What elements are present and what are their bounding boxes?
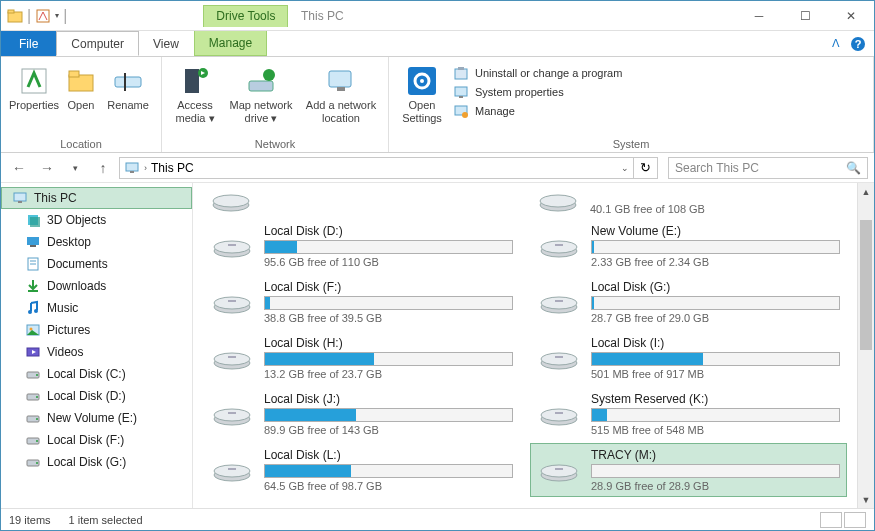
svg-point-49 bbox=[36, 440, 38, 442]
drive-icon bbox=[537, 455, 581, 485]
drive-grid: Local Disk (D:)95.6 GB free of 110 GBNew… bbox=[193, 219, 857, 497]
svg-rect-32 bbox=[30, 245, 36, 247]
drive-local-disk-i-[interactable]: Local Disk (I:)501 MB free of 917 MB bbox=[530, 331, 847, 385]
drive-name: Local Disk (G:) bbox=[591, 280, 840, 294]
svg-point-45 bbox=[36, 396, 38, 398]
properties-label: Properties bbox=[9, 99, 59, 112]
svg-rect-15 bbox=[337, 87, 345, 91]
scroll-up-button[interactable]: ▲ bbox=[858, 183, 874, 200]
explorer-icon bbox=[7, 8, 23, 24]
drive-local-disk-h-[interactable]: Local Disk (H:)13.2 GB free of 23.7 GB bbox=[203, 331, 520, 385]
uninstall-program-link[interactable]: Uninstall or change a program bbox=[453, 65, 622, 81]
nav-item-downloads[interactable]: Downloads bbox=[1, 275, 192, 297]
open-button[interactable]: Open bbox=[61, 61, 101, 136]
address-dropdown-icon[interactable]: ⌄ bbox=[621, 163, 629, 173]
drive-icon bbox=[209, 185, 253, 215]
nav-item-local-disk-d-[interactable]: Local Disk (D:) bbox=[1, 385, 192, 407]
drive-tools-contextual-tab[interactable]: Drive Tools bbox=[203, 5, 288, 27]
access-media-button[interactable]: Access media ▾ bbox=[170, 61, 220, 136]
nav-item-local-disk-g-[interactable]: Local Disk (G:) bbox=[1, 451, 192, 473]
open-settings-button[interactable]: Open Settings bbox=[397, 61, 447, 136]
navigation-pane[interactable]: This PC3D ObjectsDesktopDocumentsDownloa… bbox=[1, 183, 193, 508]
close-button[interactable]: ✕ bbox=[828, 1, 874, 31]
ribbon-group-system: Open Settings Uninstall or change a prog… bbox=[389, 57, 874, 152]
nav-item-local-disk-c-[interactable]: Local Disk (C:) bbox=[1, 363, 192, 385]
system-properties-link[interactable]: System properties bbox=[453, 84, 622, 100]
back-button[interactable]: ← bbox=[7, 156, 31, 180]
view-switcher bbox=[820, 512, 866, 528]
downloads-icon bbox=[25, 278, 41, 294]
nav-item-local-disk-f-[interactable]: Local Disk (F:) bbox=[1, 429, 192, 451]
drive-free-text: 28.9 GB free of 28.9 GB bbox=[591, 480, 840, 492]
system-links: Uninstall or change a program System pro… bbox=[449, 61, 622, 136]
breadcrumb-chevron-icon[interactable]: › bbox=[144, 163, 147, 173]
manage-link[interactable]: Manage bbox=[453, 103, 622, 119]
nav-item-3d-objects[interactable]: 3D Objects bbox=[1, 209, 192, 231]
disk-icon bbox=[25, 366, 41, 382]
svg-rect-79 bbox=[555, 412, 563, 414]
nav-item-videos[interactable]: Videos bbox=[1, 341, 192, 363]
drive-usage-bar bbox=[264, 240, 513, 254]
drive-local-disk-g-[interactable]: Local Disk (G:)28.7 GB free of 29.0 GB bbox=[530, 275, 847, 329]
drive-usage-bar bbox=[264, 464, 513, 478]
properties-qat-icon[interactable] bbox=[35, 8, 51, 24]
nav-item-this-pc[interactable]: This PC bbox=[1, 187, 192, 209]
scroll-track[interactable] bbox=[858, 200, 874, 491]
maximize-button[interactable]: ☐ bbox=[782, 1, 828, 31]
nav-label: 3D Objects bbox=[47, 213, 106, 227]
drive-tracy-m-[interactable]: TRACY (M:)28.9 GB free of 28.9 GB bbox=[530, 443, 847, 497]
search-input[interactable]: Search This PC 🔍 bbox=[668, 157, 868, 179]
file-menu[interactable]: File bbox=[1, 31, 56, 56]
scroll-down-button[interactable]: ▼ bbox=[858, 491, 874, 508]
rename-icon bbox=[112, 65, 144, 97]
tab-manage[interactable]: Manage bbox=[194, 31, 267, 56]
details-view-button[interactable] bbox=[820, 512, 842, 528]
drive-local-disk-f-[interactable]: Local Disk (F:)38.8 GB free of 39.5 GB bbox=[203, 275, 520, 329]
system-properties-icon bbox=[453, 84, 469, 100]
tab-view[interactable]: View bbox=[139, 31, 194, 56]
disk-icon bbox=[25, 432, 41, 448]
drive-icon bbox=[537, 231, 581, 261]
drive-new-volume-e-[interactable]: New Volume (E:)2.33 GB free of 2.34 GB bbox=[530, 219, 847, 273]
nav-item-documents[interactable]: Documents bbox=[1, 253, 192, 275]
help-icon[interactable]: ? bbox=[850, 36, 866, 52]
nav-item-desktop[interactable]: Desktop bbox=[1, 231, 192, 253]
collapse-ribbon-icon[interactable]: ᐱ bbox=[832, 37, 840, 50]
drive-local-disk-j-[interactable]: Local Disk (J:)89.9 GB free of 143 GB bbox=[203, 387, 520, 441]
drive-local-disk-d-[interactable]: Local Disk (D:)95.6 GB free of 110 GB bbox=[203, 219, 520, 273]
properties-button[interactable]: Properties bbox=[9, 61, 59, 136]
minimize-button[interactable]: ─ bbox=[736, 1, 782, 31]
add-network-location-button[interactable]: Add a network location bbox=[302, 61, 380, 136]
status-item-count: 19 items bbox=[9, 514, 51, 526]
desktop-icon bbox=[25, 234, 41, 250]
map-network-drive-button[interactable]: Map network drive ▾ bbox=[222, 61, 300, 136]
breadcrumb-this-pc[interactable]: This PC bbox=[151, 161, 194, 175]
refresh-button[interactable]: ↻ bbox=[634, 157, 658, 179]
tab-computer[interactable]: Computer bbox=[56, 31, 139, 56]
nav-label: Local Disk (F:) bbox=[47, 433, 124, 447]
content-pane[interactable]: 40.1 GB free of 108 GB Local Disk (D:)95… bbox=[193, 183, 857, 508]
nav-item-new-volume-e-[interactable]: New Volume (E:) bbox=[1, 407, 192, 429]
address-bar: ← → ▾ ↑ › This PC ⌄ ↻ Search This PC 🔍 bbox=[1, 153, 874, 183]
nav-label: New Volume (E:) bbox=[47, 411, 137, 425]
nav-label: Local Disk (C:) bbox=[47, 367, 126, 381]
up-button[interactable]: ↑ bbox=[91, 156, 115, 180]
drive-name: Local Disk (H:) bbox=[264, 336, 513, 350]
drive-free-text: 89.9 GB free of 143 GB bbox=[264, 424, 513, 436]
drive-icon bbox=[537, 287, 581, 317]
drive-free-text: 501 MB free of 917 MB bbox=[591, 368, 840, 380]
drive-free-text: 2.33 GB free of 2.34 GB bbox=[591, 256, 840, 268]
recent-locations-button[interactable]: ▾ bbox=[63, 156, 87, 180]
tiles-view-button[interactable] bbox=[844, 512, 866, 528]
qat-dropdown-icon[interactable]: ▾ bbox=[55, 11, 59, 20]
drive-local-disk-l-[interactable]: Local Disk (L:)64.5 GB free of 98.7 GB bbox=[203, 443, 520, 497]
scroll-thumb[interactable] bbox=[860, 220, 872, 350]
vertical-scrollbar[interactable]: ▲ ▼ bbox=[857, 183, 874, 508]
rename-button[interactable]: Rename bbox=[103, 61, 153, 136]
music-icon bbox=[25, 300, 41, 316]
nav-item-pictures[interactable]: Pictures bbox=[1, 319, 192, 341]
nav-item-music[interactable]: Music bbox=[1, 297, 192, 319]
drive-system-reserved-k-[interactable]: System Reserved (K:)515 MB free of 548 M… bbox=[530, 387, 847, 441]
forward-button[interactable]: → bbox=[35, 156, 59, 180]
address-input[interactable]: › This PC ⌄ bbox=[119, 157, 634, 179]
